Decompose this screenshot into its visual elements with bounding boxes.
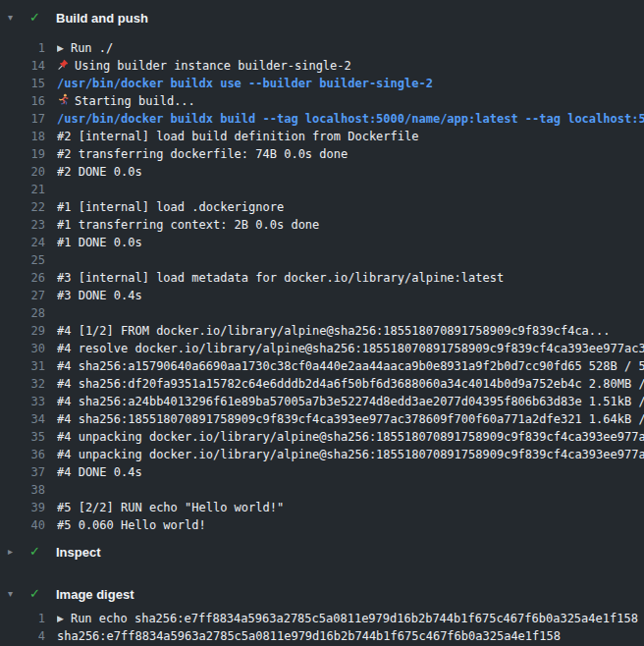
line-number[interactable]: 16 bbox=[0, 92, 45, 110]
line-text-content: /usr/bin/docker buildx use --builder bui… bbox=[57, 77, 433, 90]
line-number[interactable]: 15 bbox=[0, 75, 45, 92]
line-text-content: #4 [1/2] FROM docker.io/library/alpine@s… bbox=[57, 324, 611, 338]
line-number[interactable]: 40 bbox=[0, 516, 45, 534]
line-number[interactable]: 18 bbox=[0, 128, 45, 145]
line-text-content: #5 [2/2] RUN echo "Hello world!" bbox=[57, 501, 284, 514]
line-text-content: #4 sha256:a24bb4013296f61e89ba57005a7b3e… bbox=[57, 395, 644, 408]
log-line: 34 #4 sha256:185518070891758909c9f839cf4… bbox=[0, 410, 644, 428]
line-number[interactable]: 27 bbox=[0, 287, 45, 304]
line-text: sha256:e7ff8834a5963a2785c5a0811e979d16b… bbox=[57, 627, 644, 645]
section-header[interactable]: ▾ ✓ Image digest bbox=[0, 586, 644, 602]
line-number[interactable]: 30 bbox=[0, 340, 45, 357]
section-title: Build and push bbox=[56, 11, 148, 26]
line-text: ▶Run echo sha256:e7ff8834a5963a2785c5a08… bbox=[57, 610, 644, 627]
chevron-down-icon[interactable]: ▾ bbox=[8, 10, 29, 26]
line-text-content: Run ./ bbox=[71, 41, 113, 55]
line-text: #3 [internal] load metadata for docker.i… bbox=[57, 269, 644, 287]
line-text-content: #1 DONE 0.0s bbox=[57, 236, 142, 249]
line-number[interactable]: 29 bbox=[0, 322, 45, 340]
line-number[interactable]: 32 bbox=[0, 375, 45, 393]
line-number[interactable]: 14 bbox=[0, 57, 45, 75]
line-number[interactable]: 20 bbox=[0, 163, 45, 181]
line-number[interactable]: 39 bbox=[0, 499, 45, 516]
line-text bbox=[57, 304, 644, 322]
workflow-log-panel: ▾ ✓ Build and push 1 ▶Run ./ 14 Using bu… bbox=[0, 10, 644, 645]
log-section: ▾ ✓ Build and push 1 ▶Run ./ 14 Using bu… bbox=[0, 10, 644, 534]
play-icon[interactable]: ▶ bbox=[57, 610, 64, 627]
line-number[interactable]: 36 bbox=[0, 446, 45, 463]
pushpin-icon bbox=[57, 58, 70, 72]
log-line: 37 #4 DONE 0.4s bbox=[0, 463, 644, 481]
line-text: #3 DONE 0.4s bbox=[57, 287, 644, 304]
log-line: 16 Starting build... bbox=[0, 92, 644, 110]
line-text: #1 transferring context: 2B 0.0s done bbox=[57, 216, 644, 234]
line-number[interactable]: 37 bbox=[0, 463, 45, 481]
line-text-content: sha256:e7ff8834a5963a2785c5a0811e979d16b… bbox=[57, 629, 561, 643]
line-text: /usr/bin/docker buildx use --builder bui… bbox=[57, 75, 644, 92]
line-number[interactable]: 1 bbox=[0, 39, 45, 57]
line-number[interactable]: 19 bbox=[0, 145, 45, 163]
log-line: 26 #3 [internal] load metadata for docke… bbox=[0, 269, 644, 287]
check-icon: ✓ bbox=[29, 544, 56, 560]
log-line: 1 ▶Run echo sha256:e7ff8834a5963a2785c5a… bbox=[0, 610, 644, 627]
section-title: Inspect bbox=[56, 545, 101, 560]
line-number[interactable]: 35 bbox=[0, 428, 45, 446]
line-text-content: #2 transferring dockerfile: 74B 0.0s don… bbox=[57, 147, 348, 161]
section-title: Image digest bbox=[56, 587, 134, 602]
log-line: 27 #3 DONE 0.4s bbox=[0, 287, 644, 304]
log-line: 31 #4 sha256:a15790640a6690aa1730c38cf0a… bbox=[0, 357, 644, 375]
log-line: 32 #4 sha256:df20fa9351a15782c64e6dddb2d… bbox=[0, 375, 644, 393]
log-line: 15 /usr/bin/docker buildx use --builder … bbox=[0, 75, 644, 92]
section-header[interactable]: ▸ ✓ Inspect bbox=[0, 544, 644, 560]
line-text-content: #4 sha256:185518070891758909c9f839cf4ca3… bbox=[57, 412, 644, 426]
line-text-content: #1 transferring context: 2B 0.0s done bbox=[57, 218, 319, 232]
section-header[interactable]: ▾ ✓ Build and push bbox=[0, 10, 644, 26]
line-text-content: #2 [internal] load build definition from… bbox=[57, 130, 418, 143]
log-line: 38 bbox=[0, 481, 644, 499]
line-number[interactable]: 28 bbox=[0, 304, 45, 322]
play-icon[interactable]: ▶ bbox=[57, 39, 64, 57]
log-line: 33 #4 sha256:a24bb4013296f61e89ba57005a7… bbox=[0, 393, 644, 410]
line-text-content: /usr/bin/docker buildx build --tag local… bbox=[57, 112, 644, 126]
line-text: #4 DONE 0.4s bbox=[57, 463, 644, 481]
line-text: #4 sha256:a24bb4013296f61e89ba57005a7b3e… bbox=[57, 393, 644, 410]
line-number[interactable]: 31 bbox=[0, 357, 45, 375]
line-number[interactable]: 23 bbox=[0, 216, 45, 234]
line-text-content: #4 sha256:a15790640a6690aa1730c38cf0a440… bbox=[57, 359, 644, 373]
line-number[interactable]: 4 bbox=[0, 627, 45, 645]
line-number[interactable]: 1 bbox=[0, 610, 45, 627]
line-text-content: #4 unpacking docker.io/library/alpine@sh… bbox=[57, 430, 644, 444]
log-line: 25 bbox=[0, 251, 644, 269]
runner-icon bbox=[57, 93, 70, 107]
line-number[interactable]: 34 bbox=[0, 410, 45, 428]
line-text: Starting build... bbox=[57, 92, 644, 110]
chevron-down-icon[interactable]: ▾ bbox=[8, 586, 29, 602]
check-icon: ✓ bbox=[29, 10, 56, 26]
line-number[interactable]: 25 bbox=[0, 251, 45, 269]
line-text: Using builder instance builder-single-2 bbox=[57, 57, 644, 75]
log-line: 21 bbox=[0, 181, 644, 198]
line-number[interactable]: 26 bbox=[0, 269, 45, 287]
line-text bbox=[57, 251, 644, 269]
line-text: #4 unpacking docker.io/library/alpine@sh… bbox=[57, 428, 644, 446]
line-text: #4 unpacking docker.io/library/alpine@sh… bbox=[57, 446, 644, 463]
line-number[interactable]: 22 bbox=[0, 198, 45, 216]
line-number[interactable]: 24 bbox=[0, 234, 45, 251]
line-number[interactable]: 21 bbox=[0, 181, 45, 198]
line-text bbox=[57, 181, 644, 198]
log-line: 30 #4 resolve docker.io/library/alpine@s… bbox=[0, 340, 644, 357]
line-text-content: #4 resolve docker.io/library/alpine@sha2… bbox=[57, 342, 644, 355]
line-text: #2 [internal] load build definition from… bbox=[57, 128, 644, 145]
log-line: 35 #4 unpacking docker.io/library/alpine… bbox=[0, 428, 644, 446]
line-text: /usr/bin/docker buildx build --tag local… bbox=[57, 110, 644, 128]
log-line: 39 #5 [2/2] RUN echo "Hello world!" bbox=[0, 499, 644, 516]
chevron-right-icon[interactable]: ▸ bbox=[8, 544, 29, 560]
log-line: 19 #2 transferring dockerfile: 74B 0.0s … bbox=[0, 145, 644, 163]
line-number[interactable]: 38 bbox=[0, 481, 45, 499]
log-line: 28 bbox=[0, 304, 644, 322]
line-number[interactable]: 17 bbox=[0, 110, 45, 128]
line-number[interactable]: 33 bbox=[0, 393, 45, 410]
log-line: 18 #2 [internal] load build definition f… bbox=[0, 128, 644, 145]
line-text-content: #4 DONE 0.4s bbox=[57, 465, 142, 479]
log-section: ▸ ✓ Inspect bbox=[0, 544, 644, 560]
